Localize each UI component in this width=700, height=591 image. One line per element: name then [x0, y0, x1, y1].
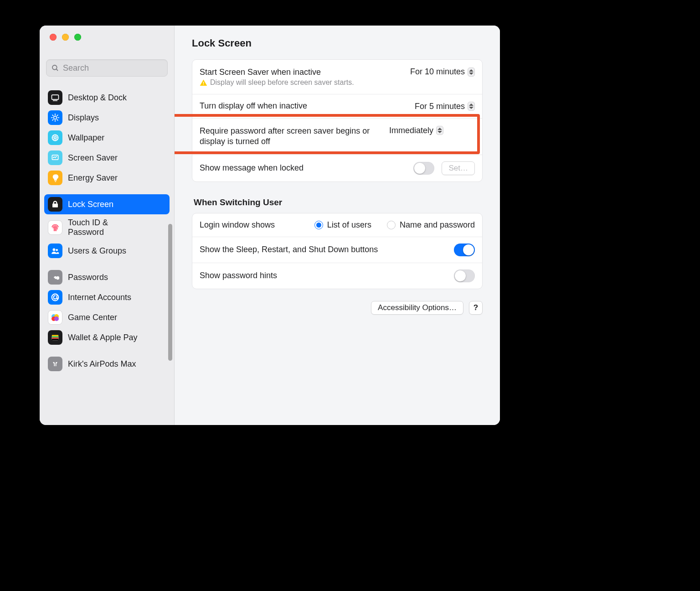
sidebar-item-game-center[interactable]: Game Center: [44, 307, 170, 327]
row-require-password: Require password after screen saver begi…: [192, 118, 482, 155]
footer-buttons: Accessibility Options… ?: [192, 301, 483, 315]
sidebar-item-displays[interactable]: Displays: [44, 108, 170, 128]
touch-id-icon: [48, 220, 62, 235]
svg-rect-31: [203, 84, 204, 85]
sidebar-item-lock-screen[interactable]: Lock Screen: [44, 194, 170, 214]
sidebar-item-screensaver[interactable]: Screen Saver: [44, 148, 170, 168]
accessibility-options-button[interactable]: Accessibility Options…: [371, 301, 463, 315]
page-title: Lock Screen: [192, 37, 483, 49]
row-label: Turn display off when inactive: [200, 101, 407, 111]
show-message-toggle[interactable]: [413, 162, 434, 175]
radio-label: Name and password: [400, 220, 475, 230]
popup-value: For 5 minutes: [415, 102, 465, 111]
radio-list-of-users[interactable]: List of users: [314, 220, 371, 230]
sidebar-item-internet-accounts[interactable]: Internet Accounts: [44, 287, 170, 307]
popup-value: For 10 minutes: [410, 67, 465, 77]
system-settings-window: Desktop & Dock Displays Wallpaper Screen…: [40, 26, 500, 425]
svg-rect-30: [203, 82, 204, 83]
sidebar-item-label: Kirk's AirPods Max: [68, 359, 136, 369]
password-hints-toggle[interactable]: [454, 270, 475, 282]
sidebar-item-label: Touch ID &Password: [68, 218, 108, 237]
radio-dot-icon: [387, 221, 396, 229]
svg-point-14: [54, 137, 56, 139]
svg-rect-28: [52, 337, 59, 339]
display-off-duration-popup[interactable]: For 5 minutes: [415, 102, 475, 111]
require-password-delay-popup[interactable]: Immediately: [389, 126, 443, 135]
radio-dot-icon: [314, 221, 323, 229]
svg-point-24: [54, 316, 59, 321]
svg-line-11: [52, 119, 53, 120]
svg-rect-26: [52, 335, 59, 337]
sidebar-scrollbar[interactable]: [168, 224, 172, 361]
row-label: Show the Sleep, Restart, and Shut Down b…: [200, 244, 447, 255]
sidebar-item-touch-id[interactable]: Touch ID &Password: [44, 214, 170, 241]
lock-screen-icon: [48, 197, 62, 212]
airpods-icon: [48, 357, 62, 371]
sidebar-item-label: Game Center: [68, 313, 117, 322]
sidebar-item-airpods[interactable]: Kirk's AirPods Max: [44, 354, 170, 374]
sidebar: Desktop & Dock Displays Wallpaper Screen…: [40, 26, 175, 425]
switching-user-card: Login window shows List of users Name an…: [192, 213, 483, 289]
screensaver-duration-popup[interactable]: For 10 minutes: [410, 67, 475, 77]
warning-icon: [200, 79, 207, 87]
radio-label: List of users: [327, 220, 371, 230]
sidebar-item-label: Internet Accounts: [68, 293, 131, 302]
wallpaper-icon: [48, 130, 62, 145]
sidebar-item-passwords[interactable]: Passwords: [44, 267, 170, 287]
sidebar-item-label: Wallet & Apple Pay: [68, 333, 137, 342]
sidebar-item-users-groups[interactable]: Users & Groups: [44, 241, 170, 261]
search-input[interactable]: [63, 63, 163, 73]
row-label: Require password after screen saver begi…: [200, 126, 382, 147]
passwords-icon: [48, 270, 62, 285]
svg-rect-2: [52, 95, 59, 99]
help-button[interactable]: ?: [469, 301, 483, 315]
sidebar-item-label: Lock Screen: [68, 200, 113, 209]
zoom-window-button[interactable]: [74, 34, 81, 41]
sleep-restart-toggle[interactable]: [454, 244, 475, 256]
svg-point-17: [53, 249, 56, 251]
svg-line-9: [52, 115, 53, 116]
desktop-dock-icon: [48, 90, 62, 105]
sidebar-item-desktop-dock[interactable]: Desktop & Dock: [44, 88, 170, 108]
stepper-icon: [468, 102, 475, 111]
row-login-window-shows: Login window shows List of users Name an…: [192, 213, 482, 237]
lock-screen-settings-card: Start Screen Saver when inactive Display…: [192, 59, 483, 182]
radio-name-and-password[interactable]: Name and password: [387, 220, 475, 230]
displays-icon: [48, 110, 62, 125]
row-sleep-restart-buttons: Show the Sleep, Restart, and Shut Down b…: [192, 237, 482, 263]
close-window-button[interactable]: [50, 34, 57, 41]
sidebar-item-wallpaper[interactable]: Wallpaper: [44, 128, 170, 148]
svg-rect-29: [52, 339, 59, 341]
search-field[interactable]: [46, 59, 168, 77]
sidebar-item-label: Passwords: [68, 273, 108, 282]
sidebar-item-label: Screen Saver: [68, 153, 118, 163]
sidebar-list: Desktop & Dock Displays Wallpaper Screen…: [40, 83, 174, 425]
svg-point-16: [56, 156, 57, 157]
sidebar-item-label: Wallpaper: [68, 133, 104, 143]
screensaver-icon: [48, 150, 62, 165]
svg-point-20: [52, 294, 59, 301]
sidebar-item-energy-saver[interactable]: Energy Saver: [44, 168, 170, 188]
sidebar-item-wallet-apple-pay[interactable]: Wallet & Apple Pay: [44, 327, 170, 347]
main-panel: Lock Screen Start Screen Saver when inac…: [175, 26, 500, 425]
sidebar-item-label: Users & Groups: [68, 246, 126, 256]
row-warning-text: Display will sleep before screen saver s…: [210, 78, 354, 87]
svg-line-10: [57, 119, 58, 120]
row-show-message: Show message when locked Set…: [192, 155, 482, 181]
energy-saver-icon: [48, 171, 62, 185]
search-icon: [51, 64, 59, 72]
minimize-window-button[interactable]: [62, 34, 69, 41]
set-message-button[interactable]: Set…: [442, 161, 475, 175]
svg-line-1: [56, 69, 58, 71]
svg-line-12: [57, 115, 58, 116]
game-center-icon: [48, 310, 62, 325]
svg-rect-27: [52, 336, 59, 337]
row-password-hints: Show password hints: [192, 263, 482, 289]
row-label: Show message when locked: [200, 163, 406, 173]
row-label: Start Screen Saver when inactive: [200, 67, 403, 78]
sidebar-item-label: Energy Saver: [68, 173, 118, 183]
stepper-icon: [436, 126, 443, 135]
svg-point-18: [56, 249, 58, 251]
internet-accounts-icon: [48, 290, 62, 305]
row-screensaver-inactive: Start Screen Saver when inactive Display…: [192, 60, 482, 94]
